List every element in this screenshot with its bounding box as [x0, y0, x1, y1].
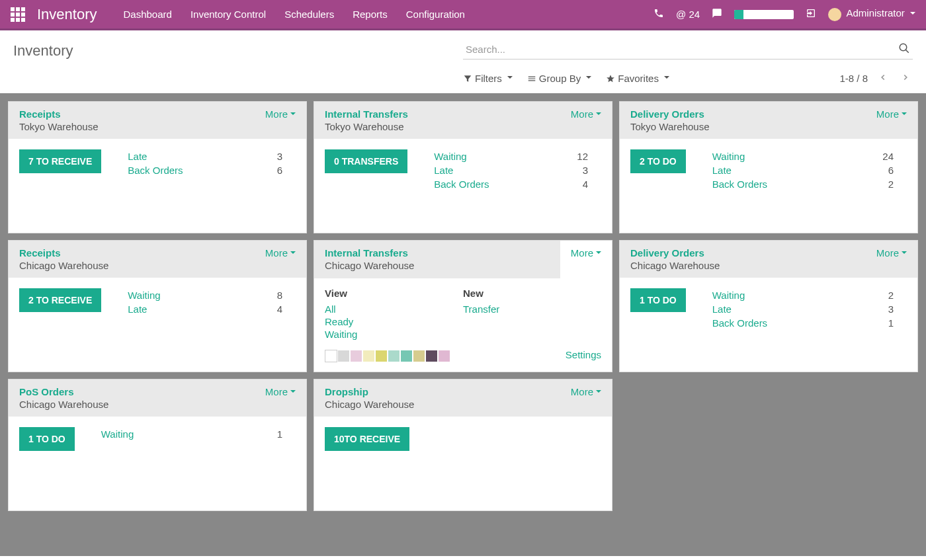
- progress-indicator[interactable]: [734, 10, 794, 19]
- color-swatch[interactable]: [425, 350, 438, 362]
- nav-configuration[interactable]: Configuration: [406, 9, 465, 20]
- card-action-button[interactable]: 2 TO RECEIVE: [19, 288, 101, 312]
- pager-text[interactable]: 1-8 / 8: [839, 73, 868, 84]
- card-body: 2 TO DOWaiting24Late6Back Orders2: [620, 139, 917, 233]
- stat-label[interactable]: Late: [712, 165, 732, 176]
- apps-icon[interactable]: [11, 7, 25, 22]
- card-subtitle: Tokyo Warehouse: [325, 121, 408, 132]
- stat-label[interactable]: Back Orders: [434, 179, 489, 190]
- stat-value: 3: [583, 165, 601, 176]
- groupby-dropdown[interactable]: Group By: [527, 73, 591, 84]
- stat-label[interactable]: Late: [712, 303, 732, 315]
- stat-label[interactable]: Late: [128, 303, 147, 315]
- stat-row: Back Orders1: [712, 316, 907, 330]
- kanban-card: ReceiptsTokyo WarehouseMore7 TO RECEIVEL…: [8, 101, 307, 233]
- stat-label[interactable]: Waiting: [434, 151, 466, 162]
- card-header: ReceiptsChicago WarehouseMore: [9, 241, 306, 278]
- stat-label[interactable]: Waiting: [128, 290, 160, 301]
- card-title[interactable]: Receipts: [19, 108, 99, 120]
- nav-dashboard[interactable]: Dashboard: [124, 9, 172, 20]
- card-more-button[interactable]: More: [571, 108, 601, 120]
- color-swatch[interactable]: [337, 350, 350, 362]
- filters-dropdown[interactable]: Filters: [463, 73, 513, 84]
- stat-row: Waiting2: [712, 288, 907, 302]
- search-input[interactable]: [463, 40, 913, 60]
- exit-icon[interactable]: [806, 8, 816, 20]
- color-swatch[interactable]: [362, 350, 375, 362]
- pager-prev[interactable]: [876, 73, 890, 84]
- nav-reports[interactable]: Reports: [353, 9, 388, 20]
- settings-link[interactable]: Settings: [566, 349, 601, 360]
- stat-row: Back Orders2: [712, 177, 907, 191]
- view-link[interactable]: All: [325, 303, 463, 315]
- nav-inventory-control[interactable]: Inventory Control: [190, 9, 266, 20]
- card-action-button[interactable]: 2 TO DO: [630, 149, 686, 173]
- color-swatch[interactable]: [413, 350, 425, 362]
- color-swatch[interactable]: [400, 350, 413, 362]
- phone-icon[interactable]: [653, 8, 664, 20]
- card-header: DropshipChicago WarehouseMore: [314, 380, 612, 417]
- stat-label[interactable]: Back Orders: [712, 317, 767, 329]
- nav-schedulers[interactable]: Schedulers: [284, 9, 334, 20]
- card-stats: Waiting2Late3Back Orders1: [712, 288, 907, 361]
- view-link[interactable]: Ready: [325, 315, 463, 328]
- card-more-button[interactable]: More: [571, 386, 601, 397]
- card-title[interactable]: Internal Transfers: [325, 247, 414, 259]
- card-more-button[interactable]: More: [876, 108, 907, 120]
- card-action-button[interactable]: 10TO RECEIVE: [325, 427, 409, 451]
- card-stats: Waiting1: [101, 427, 296, 500]
- stat-label[interactable]: Back Orders: [712, 179, 767, 190]
- app-title[interactable]: Inventory: [37, 6, 97, 23]
- card-subtitle: Chicago Warehouse: [630, 260, 720, 271]
- color-swatch[interactable]: [325, 350, 337, 362]
- stat-label[interactable]: Late: [434, 165, 453, 176]
- card-more-button[interactable]: More: [560, 241, 612, 278]
- stat-label[interactable]: Back Orders: [128, 165, 183, 176]
- search-icon[interactable]: [898, 42, 910, 57]
- user-menu[interactable]: Administrator: [828, 7, 915, 20]
- card-title[interactable]: PoS Orders: [19, 386, 108, 397]
- card-more-button[interactable]: More: [265, 386, 296, 397]
- card-more-button[interactable]: More: [265, 247, 296, 259]
- stat-row: Waiting8: [128, 288, 296, 302]
- new-link[interactable]: Transfer: [463, 303, 601, 315]
- search-filters: Filters Group By Favorites: [463, 73, 839, 84]
- color-swatch[interactable]: [350, 350, 362, 362]
- user-name: Administrator: [846, 7, 904, 19]
- color-swatch[interactable]: [388, 350, 400, 362]
- card-title[interactable]: Internal Transfers: [325, 108, 408, 120]
- star-icon: [606, 74, 615, 83]
- card-header: Internal TransfersTokyo WarehouseMore: [314, 102, 612, 139]
- chevron-right-icon: [901, 73, 910, 82]
- stat-label[interactable]: Waiting: [712, 151, 745, 162]
- color-swatch[interactable]: [438, 350, 450, 362]
- stat-label[interactable]: Waiting: [101, 428, 134, 440]
- card-action-button[interactable]: 7 TO RECEIVE: [19, 149, 101, 173]
- chat-icon[interactable]: [712, 8, 722, 20]
- pager-next[interactable]: [898, 73, 913, 84]
- card-more-button[interactable]: More: [265, 108, 296, 120]
- card-title[interactable]: Delivery Orders: [630, 108, 710, 120]
- stat-value: 1: [888, 317, 907, 329]
- stat-row: Waiting12: [434, 149, 601, 163]
- favorites-dropdown[interactable]: Favorites: [606, 73, 669, 84]
- card-title[interactable]: Dropship: [325, 386, 414, 397]
- card-stats: Late3Back Orders6: [128, 149, 296, 222]
- card-action-button[interactable]: 1 TO DO: [19, 427, 75, 451]
- stat-label[interactable]: Late: [128, 151, 147, 162]
- card-more-button[interactable]: More: [876, 247, 907, 259]
- card-subtitle: Tokyo Warehouse: [630, 121, 710, 132]
- mentions-count[interactable]: @ 24: [676, 9, 700, 20]
- card-title[interactable]: Receipts: [19, 247, 108, 259]
- card-action-button[interactable]: 0 TRANSFERS: [325, 149, 407, 173]
- card-title[interactable]: Delivery Orders: [630, 247, 720, 259]
- view-column-header: View: [325, 288, 463, 299]
- filters-label: Filters: [475, 73, 502, 84]
- stat-label[interactable]: Waiting: [712, 290, 745, 301]
- card-action-button[interactable]: 1 TO DO: [630, 288, 686, 312]
- card-body: 1 TO DOWaiting1: [9, 417, 306, 510]
- color-swatch[interactable]: [375, 350, 388, 362]
- view-link[interactable]: Waiting: [325, 328, 463, 340]
- control-panel: Inventory Filters Group By Favorites 1-8: [0, 30, 926, 93]
- kanban-card: PoS OrdersChicago WarehouseMore1 TO DOWa…: [8, 379, 307, 511]
